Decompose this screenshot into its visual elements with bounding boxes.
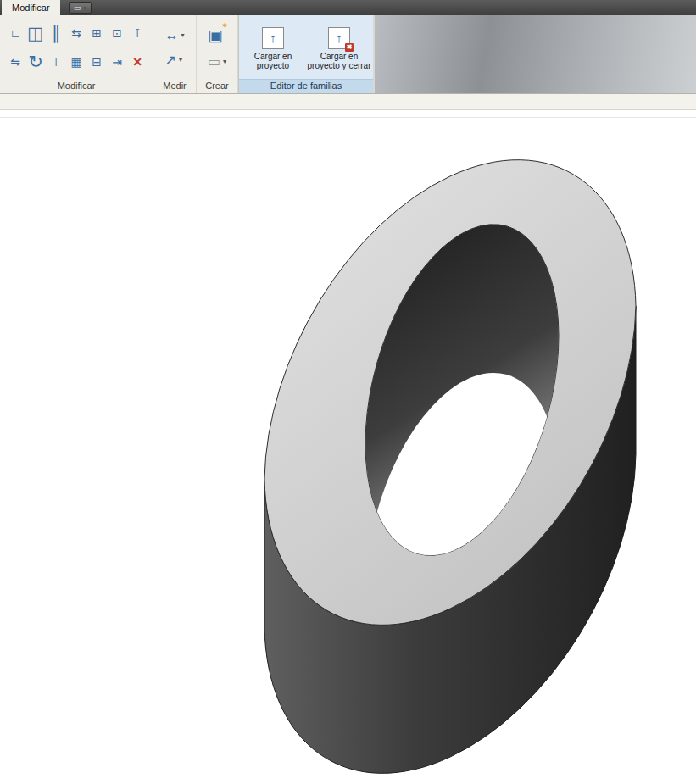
load-into-project-icon: ↑ xyxy=(262,27,284,49)
panel-medir: ↔ ▾ ↗ ▾ Medir xyxy=(153,15,197,93)
load-into-project-and-close-icon: ↑ ✖ xyxy=(328,27,350,49)
panel-crear-tools: ▣ ✶ ▭ ▾ xyxy=(197,15,237,80)
panel-label-medir[interactable]: Medir xyxy=(153,80,196,93)
ribbon-display-toggle-button[interactable]: ▭ ▾ xyxy=(69,2,92,14)
load-into-project-label: Cargar en proyecto xyxy=(240,52,306,70)
trim-icon: ⊤ xyxy=(51,55,61,69)
ribbon-tab-strip: Modificar ▭ ▾ xyxy=(0,0,696,15)
chevron-down-icon: ▾ xyxy=(181,31,184,39)
array-button[interactable]: ⊞ xyxy=(86,19,107,47)
align-icon: ∟ xyxy=(9,26,21,40)
options-bar xyxy=(0,94,696,110)
unjoin-button[interactable]: ⊟ xyxy=(86,47,107,76)
mirror-button[interactable]: ◫ xyxy=(25,19,46,47)
revit-family-editor-window: { "tab_bar": { "active_tab_label": "Modi… xyxy=(0,0,696,784)
ribbon: ∟ ◫ ∥ ⇆ ⊞ ⊡ ⊺ ⇋ ↻ ⊤ ▦ ⊟ ⇥ ✕ Modificar ↔ xyxy=(0,15,696,94)
panel-label-crear[interactable]: Crear xyxy=(197,80,237,93)
create-group-button[interactable]: ▣ ✶ xyxy=(205,25,226,46)
delete-icon: ✕ xyxy=(132,55,142,69)
drawing-canvas[interactable] xyxy=(0,110,696,784)
model-viewport xyxy=(0,110,696,784)
measure-diagonal-icon: ↗ xyxy=(164,52,175,68)
move-icon: ⇋ xyxy=(10,55,20,69)
group-outline-icon: ▭ xyxy=(208,53,220,70)
measure-linear-button[interactable]: ↔ ▾ xyxy=(162,27,187,44)
rotate-icon: ↻ xyxy=(28,52,43,72)
panel-modificar-tools: ∟ ◫ ∥ ⇆ ⊞ ⊡ ⊺ ⇋ ↻ ⊤ ▦ ⊟ ⇥ ✕ xyxy=(0,15,153,80)
panel-label-modificar[interactable]: Modificar xyxy=(0,80,153,93)
align-button[interactable]: ∟ xyxy=(5,19,25,47)
rotate-button[interactable]: ↻ xyxy=(25,47,46,76)
scale-button[interactable]: ⊡ xyxy=(107,19,127,47)
offset-icon: ⇆ xyxy=(71,26,81,40)
mirror-icon: ◫ xyxy=(27,23,44,43)
tab-modificar[interactable]: Modificar xyxy=(2,0,60,15)
panel-label-editor-de-familias[interactable]: Editor de familias xyxy=(239,79,373,93)
move-button[interactable]: ⇋ xyxy=(5,47,25,76)
trim-button[interactable]: ⊤ xyxy=(46,47,66,76)
close-badge-icon: ✖ xyxy=(345,43,354,52)
arrow-up-icon: ↑ xyxy=(270,31,276,45)
matrix-array-icon: ▦ xyxy=(70,55,81,69)
split-button[interactable]: ∥ xyxy=(46,19,66,47)
panel-modificar: ∟ ◫ ∥ ⇆ ⊞ ⊡ ⊺ ⇋ ↻ ⊤ ▦ ⊟ ⇥ ✕ Modificar xyxy=(0,15,153,93)
load-into-project-button[interactable]: ↑ Cargar en proyecto xyxy=(240,25,306,70)
model-extrusion[interactable] xyxy=(264,160,636,774)
offset-button[interactable]: ⇆ xyxy=(66,19,86,47)
chevron-down-icon: ▾ xyxy=(223,58,226,65)
arrow-up-icon: ↑ xyxy=(336,31,342,45)
array-icon: ⊞ xyxy=(92,26,102,40)
panel-editor-de-familias: ↑ Cargar en proyecto ↑ ✖ Cargar en proye… xyxy=(238,15,374,93)
chevron-down-icon: ▾ xyxy=(179,56,182,64)
new-star-icon: ✶ xyxy=(221,21,228,30)
pin-button[interactable]: ⊺ xyxy=(127,19,148,47)
matrix-array-button[interactable]: ▦ xyxy=(66,47,86,76)
ribbon-empty-area xyxy=(374,15,696,93)
load-into-project-and-close-label: Cargar en proyecto y cerrar xyxy=(306,52,372,70)
extend-icon: ⇥ xyxy=(112,55,122,69)
chevron-down-icon: ▾ xyxy=(83,4,86,12)
panel-medir-tools: ↔ ▾ ↗ ▾ xyxy=(153,15,196,80)
delete-button[interactable]: ✕ xyxy=(127,47,148,76)
extend-button[interactable]: ⇥ xyxy=(107,47,127,76)
measure-linear-icon: ↔ xyxy=(164,28,178,43)
panel-crear: ▣ ✶ ▭ ▾ Crear xyxy=(197,15,238,93)
load-as-group-button[interactable]: ▭ ▾ xyxy=(205,53,229,70)
load-into-project-and-close-button[interactable]: ↑ ✖ Cargar en proyecto y cerrar xyxy=(306,25,372,70)
pin-icon: ⊺ xyxy=(134,26,140,40)
group-icon: ▣ xyxy=(208,26,223,44)
unjoin-icon: ⊟ xyxy=(92,55,102,69)
panel-toggle-icon: ▭ xyxy=(74,3,81,12)
measure-between-refs-button[interactable]: ↗ ▾ xyxy=(162,51,184,69)
split-icon: ∥ xyxy=(52,23,61,43)
scale-icon: ⊡ xyxy=(112,26,122,40)
